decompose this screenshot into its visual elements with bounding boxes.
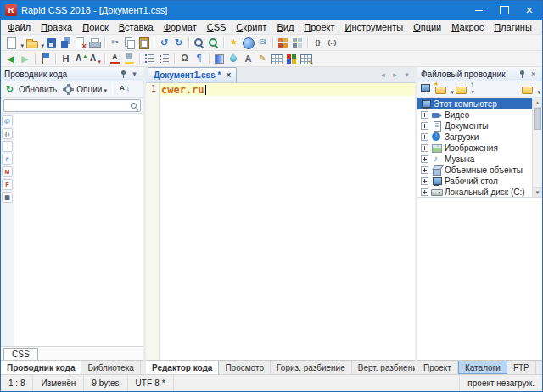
code-cleaner-icon[interactable] bbox=[290, 36, 305, 50]
ids-icon[interactable]: # bbox=[2, 154, 13, 165]
close-document-icon[interactable] bbox=[73, 36, 87, 50]
fonts-icon[interactable]: F bbox=[2, 179, 13, 190]
replace-icon[interactable] bbox=[206, 36, 221, 50]
classes-icon[interactable]: . bbox=[2, 141, 13, 152]
tab-menu-icon[interactable]: ▾ bbox=[401, 70, 412, 81]
expand-icon[interactable] bbox=[421, 144, 428, 152]
bullet-list-icon[interactable] bbox=[157, 52, 171, 66]
expand-icon[interactable] bbox=[421, 155, 428, 163]
selectors-icon[interactable]: {} bbox=[2, 128, 13, 139]
panel-tab[interactable]: Каталоги bbox=[458, 361, 507, 374]
panel-tab[interactable]: Проект bbox=[417, 361, 458, 374]
menu-item[interactable]: Поиск bbox=[77, 20, 113, 34]
menu-item[interactable]: Плагины bbox=[489, 20, 537, 34]
forward-icon[interactable]: ▶ bbox=[18, 52, 32, 66]
expand-icon[interactable] bbox=[421, 166, 428, 174]
panel-tab[interactable]: FTP bbox=[507, 361, 536, 374]
cut-icon[interactable]: ✂ bbox=[108, 36, 122, 50]
computer-view-icon[interactable] bbox=[419, 82, 434, 97]
print-icon[interactable] bbox=[87, 36, 102, 50]
expand-icon[interactable] bbox=[421, 133, 428, 141]
view-tab[interactable]: Верт. разбиение bbox=[352, 361, 415, 374]
menu-item[interactable]: Формат bbox=[159, 20, 202, 34]
tree-item[interactable]: Музыка bbox=[417, 154, 532, 165]
highlight-color-icon[interactable] bbox=[122, 52, 137, 66]
expand-icon[interactable] bbox=[421, 177, 428, 185]
close-button-icon[interactable] bbox=[517, 1, 542, 20]
colors-icon[interactable]: ▦ bbox=[2, 192, 13, 203]
expand-icon[interactable] bbox=[421, 188, 428, 196]
tree-scrollbar[interactable] bbox=[532, 98, 542, 197]
droplet-icon[interactable] bbox=[227, 52, 241, 66]
tab-scroll-right-icon[interactable]: ▸ bbox=[389, 70, 400, 81]
media-icon[interactable]: M bbox=[2, 166, 13, 177]
tab-scroll-left-icon[interactable]: ◂ bbox=[378, 70, 389, 81]
code-explorer-content[interactable] bbox=[14, 114, 143, 346]
copy-icon[interactable] bbox=[122, 36, 137, 50]
tree-item[interactable]: Изображения bbox=[417, 143, 532, 154]
font-increase-icon[interactable] bbox=[73, 52, 87, 66]
menu-item[interactable]: Файл bbox=[3, 20, 36, 34]
menu-item[interactable]: Инструменты bbox=[340, 20, 409, 34]
table-edit-icon[interactable] bbox=[299, 52, 313, 66]
special-char-icon[interactable]: Ω bbox=[177, 52, 192, 66]
heading-icon[interactable]: H bbox=[59, 52, 73, 66]
menu-item[interactable]: Проект bbox=[299, 20, 339, 34]
tree-item[interactable]: Документы bbox=[417, 120, 532, 132]
panel-tab[interactable]: Проводник кода bbox=[1, 361, 81, 374]
find-icon[interactable] bbox=[192, 36, 206, 50]
close-tab-icon[interactable] bbox=[226, 70, 231, 80]
redo-icon[interactable]: ↻ bbox=[171, 36, 186, 50]
menu-item[interactable]: CSS bbox=[202, 20, 232, 34]
maximize-button-icon[interactable] bbox=[491, 1, 517, 20]
menu-item[interactable]: Вставка bbox=[114, 20, 159, 34]
code-editor[interactable]: 1 cwer.ru bbox=[146, 83, 415, 360]
file-list[interactable] bbox=[417, 198, 542, 360]
open-file-icon[interactable] bbox=[24, 36, 44, 50]
search-icon[interactable] bbox=[129, 101, 139, 111]
options-button[interactable]: Опции bbox=[60, 82, 109, 97]
pin-icon[interactable] bbox=[517, 69, 528, 80]
gradient-icon[interactable] bbox=[212, 52, 227, 66]
tree-item[interactable]: Объемные объекты bbox=[417, 165, 532, 176]
new-document-icon[interactable] bbox=[3, 36, 24, 50]
scroll-up-icon[interactable] bbox=[533, 98, 542, 108]
folder-options-icon[interactable] bbox=[454, 82, 474, 97]
chevron-down-icon[interactable]: ▾ bbox=[129, 69, 140, 80]
paste-icon[interactable] bbox=[137, 36, 151, 50]
sort-button[interactable] bbox=[116, 82, 132, 97]
bookmark-icon[interactable] bbox=[38, 52, 53, 66]
view-tab[interactable]: Просмотр bbox=[219, 361, 271, 374]
scrollbar-thumb[interactable] bbox=[534, 108, 541, 130]
code-area[interactable]: cwer.ru bbox=[160, 83, 415, 360]
tree-item[interactable]: Загрузки bbox=[417, 132, 532, 143]
document-tab[interactable]: Документ1.css * bbox=[148, 67, 237, 82]
insert-comment-icon[interactable]: (..) bbox=[325, 36, 339, 50]
refresh-button[interactable]: Обновить bbox=[3, 82, 59, 97]
tree-item[interactable]: Видео bbox=[417, 109, 532, 120]
preview-browser-icon[interactable] bbox=[241, 36, 255, 50]
tree-item[interactable]: Локальный диск (C:) bbox=[417, 187, 532, 198]
palette-icon[interactable] bbox=[284, 52, 299, 66]
folder-view-icon[interactable] bbox=[520, 82, 540, 97]
menu-item[interactable]: Макрос bbox=[446, 20, 489, 34]
tree-item[interactable]: Рабочий стол bbox=[417, 176, 532, 187]
undo-icon[interactable]: ↺ bbox=[157, 36, 171, 50]
scroll-down-icon[interactable] bbox=[533, 187, 542, 197]
insert-table-icon[interactable] bbox=[270, 52, 284, 66]
mail-icon[interactable]: ✉ bbox=[255, 36, 270, 50]
tree-item-computer[interactable]: Этот компьютер bbox=[417, 98, 532, 109]
view-tab[interactable]: Гориз. разбиение bbox=[271, 361, 352, 374]
save-icon[interactable] bbox=[44, 36, 59, 50]
insert-braces-icon[interactable]: {} bbox=[311, 36, 325, 50]
expand-icon[interactable] bbox=[421, 122, 428, 130]
menu-item[interactable]: Вид bbox=[272, 20, 299, 34]
text-color-icon[interactable] bbox=[108, 52, 122, 66]
snippets-icon[interactable]: ★ bbox=[227, 36, 241, 50]
expand-icon[interactable] bbox=[421, 111, 428, 119]
save-all-icon[interactable] bbox=[59, 36, 73, 50]
menu-item[interactable]: Правка bbox=[36, 20, 77, 34]
doc-type-tab[interactable]: CSS bbox=[3, 348, 38, 360]
pilcrow-icon[interactable]: ¶ bbox=[192, 52, 206, 66]
panel-tab[interactable]: Библиотека bbox=[81, 361, 140, 374]
